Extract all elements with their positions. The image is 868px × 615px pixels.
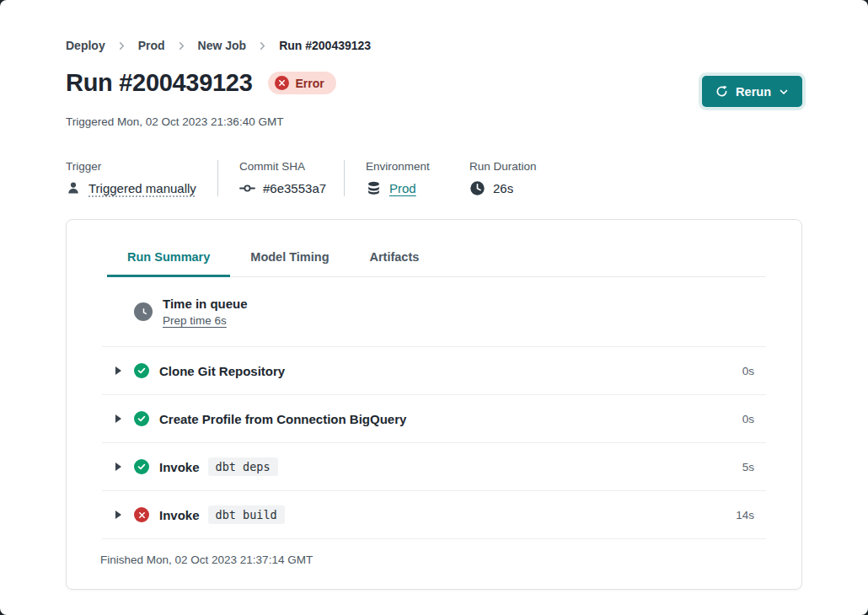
expand-caret-icon[interactable] bbox=[115, 510, 123, 520]
command-chip: dbt build bbox=[208, 505, 285, 524]
breadcrumb-current-run: Run #200439123 bbox=[279, 39, 371, 52]
commit-sha-value: #6e3553a7 bbox=[263, 181, 326, 195]
status-badge-label: Error bbox=[296, 77, 324, 90]
meta-environment: Environment Prod bbox=[344, 160, 448, 196]
queue-row: Time in queue Prep time 6s bbox=[102, 277, 766, 347]
clock-icon bbox=[469, 180, 485, 196]
step-duration: 0s bbox=[742, 413, 754, 425]
chevron-right-icon bbox=[177, 41, 186, 51]
step-duration: 0s bbox=[742, 365, 754, 377]
run-metadata: Trigger Triggered manually Commit SHA #6… bbox=[66, 160, 802, 196]
success-icon bbox=[134, 363, 149, 378]
step-row-dbt-build[interactable]: Invokedbt build 14s bbox=[102, 491, 766, 539]
meta-trigger-label: Trigger bbox=[66, 160, 197, 173]
success-icon bbox=[134, 411, 149, 426]
meta-commit-label: Commit SHA bbox=[239, 160, 324, 173]
person-icon bbox=[66, 180, 81, 195]
meta-commit-sha: Commit SHA #6e3553a7 bbox=[217, 160, 344, 196]
run-summary-card: Run Summary Model Timing Artifacts Time … bbox=[66, 219, 802, 590]
breadcrumb-prod[interactable]: Prod bbox=[138, 39, 165, 52]
rerun-button[interactable]: Rerun bbox=[702, 76, 802, 107]
breadcrumb-deploy[interactable]: Deploy bbox=[66, 39, 105, 52]
step-duration: 14s bbox=[736, 509, 754, 521]
tab-model-timing[interactable]: Model Timing bbox=[230, 250, 349, 277]
page-title: Run #200439123 bbox=[66, 69, 253, 97]
success-icon bbox=[134, 459, 149, 474]
meta-environment-label: Environment bbox=[366, 160, 428, 173]
expand-caret-icon[interactable] bbox=[115, 414, 123, 424]
meta-run-duration: Run Duration 26s bbox=[448, 160, 557, 196]
environment-link[interactable]: Prod bbox=[389, 181, 416, 195]
finished-timestamp: Finished Mon, 02 Oct 2023 21:37:14 GMT bbox=[100, 539, 768, 589]
triggered-timestamp: Triggered Mon, 02 Oct 2023 21:36:40 GMT bbox=[66, 115, 802, 128]
error-icon bbox=[134, 507, 149, 522]
tab-artifacts[interactable]: Artifacts bbox=[350, 250, 440, 277]
step-label: Clone Git Repository bbox=[159, 364, 285, 378]
status-badge: Error bbox=[268, 72, 336, 94]
step-row-dbt-deps[interactable]: Invokedbt deps 5s bbox=[102, 443, 766, 491]
chevron-right-icon bbox=[258, 41, 267, 51]
app-window: Deploy Prod New Job Run #200439123 Run #… bbox=[0, 0, 868, 615]
breadcrumb: Deploy Prod New Job Run #200439123 bbox=[66, 39, 802, 52]
step-label: Create Profile from Connection BigQuery bbox=[159, 412, 406, 426]
error-icon bbox=[275, 76, 289, 90]
trigger-value[interactable]: Triggered manually bbox=[88, 181, 196, 195]
expand-caret-icon[interactable] bbox=[115, 366, 123, 376]
step-duration: 5s bbox=[742, 461, 754, 473]
commit-icon bbox=[239, 180, 255, 196]
step-label: Invokedbt build bbox=[159, 505, 285, 524]
database-icon bbox=[366, 180, 382, 196]
queue-clock-icon bbox=[134, 302, 153, 321]
refresh-icon bbox=[715, 85, 728, 98]
expand-caret-icon[interactable] bbox=[115, 462, 123, 472]
tab-run-summary[interactable]: Run Summary bbox=[107, 250, 230, 277]
step-list: Time in queue Prep time 6s Clone Git Rep… bbox=[102, 277, 766, 539]
step-row-clone-git[interactable]: Clone Git Repository 0s bbox=[102, 347, 766, 395]
step-row-create-profile[interactable]: Create Profile from Connection BigQuery … bbox=[102, 395, 766, 443]
meta-duration-label: Run Duration bbox=[469, 160, 537, 173]
chevron-down-icon bbox=[779, 87, 789, 97]
breadcrumb-new-job[interactable]: New Job bbox=[198, 39, 247, 52]
command-chip: dbt deps bbox=[208, 457, 278, 476]
step-label: Invokedbt deps bbox=[159, 457, 278, 476]
meta-trigger: Trigger Triggered manually bbox=[66, 160, 217, 196]
queue-title: Time in queue bbox=[163, 297, 248, 311]
chevron-right-icon bbox=[117, 41, 126, 51]
tab-bar: Run Summary Model Timing Artifacts bbox=[107, 250, 766, 277]
duration-value: 26s bbox=[493, 181, 513, 195]
rerun-button-label: Rerun bbox=[736, 85, 771, 99]
prep-time-link[interactable]: Prep time 6s bbox=[163, 314, 227, 327]
